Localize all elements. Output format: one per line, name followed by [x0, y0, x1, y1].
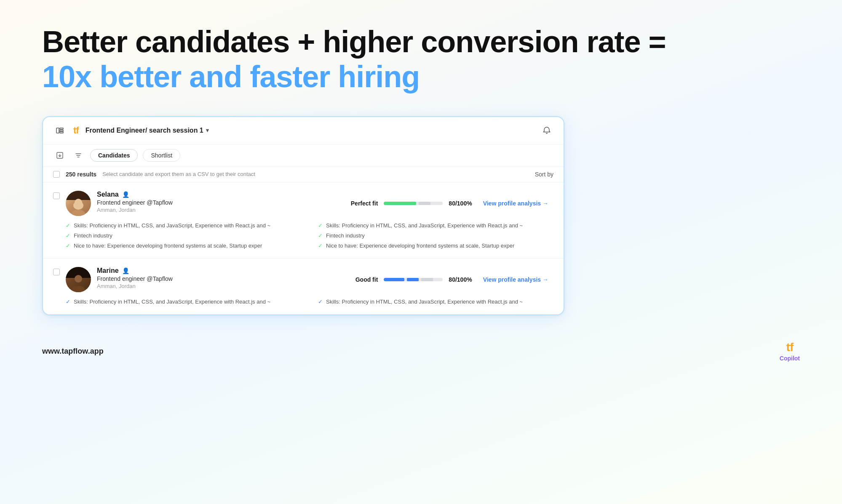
headline-section: Better candidates + higher conversion ra… — [34, 25, 666, 95]
select-all-checkbox[interactable] — [53, 171, 60, 178]
selana-details: Selana 👤 Frontend engineer @Tapflow Amma… — [97, 191, 173, 213]
selana-avatar — [66, 191, 91, 216]
sidebar-toggle-icon[interactable] — [53, 124, 67, 137]
svg-point-6 — [75, 199, 82, 206]
selana-name: Selana — [97, 191, 119, 198]
bottom-bar: www.tapflow.app tf Copilot — [34, 341, 808, 362]
marine-name: Marine — [97, 267, 119, 275]
session-title[interactable]: Frontend Engineer/ search session 1 ▾ — [86, 127, 209, 134]
marine-view-profile-btn[interactable]: View profile analysis → — [478, 274, 553, 285]
candidate-card-marine: Marine 👤 Frontend engineer @Tapflow Amma… — [43, 259, 564, 315]
website-label: www.tapflow.app — [42, 347, 104, 356]
results-hint: Select candidate and export them as a CS… — [102, 171, 255, 177]
selana-skills-grid: ✓ Skills: Proficiency in HTML, CSS, and … — [66, 222, 553, 250]
tab-shortlist[interactable]: Shortlist — [143, 149, 180, 162]
marine-fit-label: Good fit — [356, 276, 378, 283]
marine-role: Frontend engineer @Tapflow — [97, 275, 173, 282]
selana-fit-label: Perfect fit — [351, 200, 378, 207]
results-bar: 250 results Select candidate and export … — [43, 167, 564, 182]
marine-check-icon-r1: ✓ — [318, 299, 323, 305]
svg-rect-2 — [60, 130, 63, 131]
svg-rect-0 — [56, 128, 59, 133]
selana-skill-right-2: ✓ Fintech industry — [318, 232, 553, 240]
marine-details: Marine 👤 Frontend engineer @Tapflow Amma… — [97, 267, 173, 289]
sort-by-label[interactable]: Sort by — [535, 171, 553, 178]
selana-skill-1: ✓ Skills: Proficiency in HTML, CSS, and … — [66, 222, 301, 229]
svg-rect-1 — [60, 128, 63, 129]
session-title-text: Frontend Engineer/ search session 1 — [86, 127, 203, 134]
window-toolbar: Candidates Shortlist — [43, 144, 564, 167]
marine-info: Marine 👤 Frontend engineer @Tapflow Amma… — [66, 267, 173, 292]
marine-fit-score: 80/100% — [449, 276, 472, 283]
check-icon-r1: ✓ — [318, 222, 323, 229]
marine-person-icon: 👤 — [122, 267, 129, 274]
candidate-card-selana: Selana 👤 Frontend engineer @Tapflow Amma… — [43, 182, 564, 259]
session-chevron-icon: ▾ — [206, 127, 209, 133]
tab-candidates[interactable]: Candidates — [90, 149, 138, 162]
notification-bell-icon[interactable] — [540, 124, 553, 137]
headline-line2: 10x better and faster hiring — [42, 59, 666, 95]
check-icon-3: ✓ — [66, 243, 70, 249]
selana-top-row: Selana 👤 Frontend engineer @Tapflow Amma… — [66, 191, 553, 216]
selana-view-profile-btn[interactable]: View profile analysis → — [478, 197, 553, 209]
check-icon-2: ✓ — [66, 232, 70, 239]
headline-line1: Better candidates + higher conversion ra… — [42, 25, 666, 59]
selana-role: Frontend engineer @Tapflow — [97, 199, 173, 206]
export-icon[interactable] — [53, 149, 67, 162]
marine-skills-grid: ✓ Skills: Proficiency in HTML, CSS, and … — [66, 298, 553, 306]
selana-location: Amman, Jordan — [97, 207, 173, 213]
marine-progress-bar — [384, 278, 443, 281]
copilot-brand: tf Copilot — [780, 341, 800, 362]
window-topbar: tf Frontend Engineer/ search session 1 ▾ — [43, 117, 564, 144]
selana-fit-section: Perfect fit 80/100% View profile analysi… — [351, 197, 553, 209]
svg-point-7 — [72, 210, 85, 216]
copilot-logo: tf — [786, 341, 794, 354]
selana-person-icon: 👤 — [122, 191, 129, 198]
copilot-label: Copilot — [780, 355, 800, 362]
marine-top-row: Marine 👤 Frontend engineer @Tapflow Amma… — [66, 267, 553, 292]
marine-location: Amman, Jordan — [97, 283, 173, 289]
check-icon-r3: ✓ — [318, 243, 323, 249]
marine-fit-section: Good fit 80/100% View profile analysis → — [356, 274, 553, 285]
selana-skill-right-1: ✓ Skills: Proficiency in HTML, CSS, and … — [318, 222, 553, 229]
select-marine-checkbox[interactable] — [53, 269, 60, 275]
app-logo: tf — [73, 125, 79, 136]
results-count: 250 results — [66, 171, 96, 178]
marine-skill-right-1: ✓ Skills: Proficiency in HTML, CSS, and … — [318, 298, 553, 306]
selana-progress-bar — [384, 202, 443, 205]
selana-info: Selana 👤 Frontend engineer @Tapflow Amma… — [66, 191, 173, 216]
svg-rect-3 — [60, 132, 63, 133]
svg-point-8 — [75, 275, 82, 283]
app-window: tf Frontend Engineer/ search session 1 ▾… — [42, 116, 564, 316]
svg-point-9 — [72, 286, 85, 292]
filter-icon[interactable] — [72, 149, 85, 162]
marine-skill-1: ✓ Skills: Proficiency in HTML, CSS, and … — [66, 298, 301, 306]
selana-skill-right-3: ✓ Nice to have: Experience developing fr… — [318, 242, 553, 250]
selana-skill-3: ✓ Nice to have: Experience developing fr… — [66, 242, 301, 250]
selana-skill-2: ✓ Fintech industry — [66, 232, 301, 240]
marine-check-icon-1: ✓ — [66, 299, 70, 305]
select-selana-checkbox[interactable] — [53, 192, 60, 199]
marine-avatar — [66, 267, 91, 292]
selana-fit-score: 80/100% — [449, 200, 472, 207]
check-icon-1: ✓ — [66, 222, 70, 229]
check-icon-r2: ✓ — [318, 232, 323, 239]
